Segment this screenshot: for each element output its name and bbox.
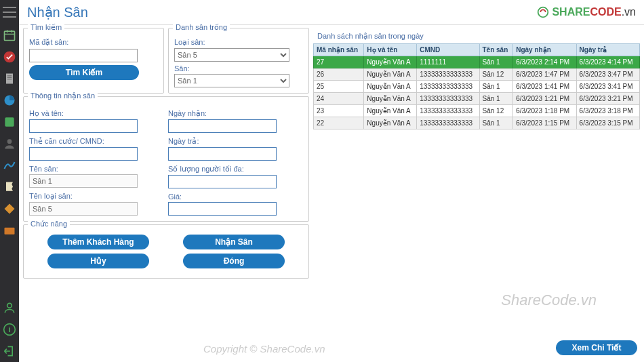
table-cell: 26	[314, 68, 364, 81]
table-cell: 13333333333333	[417, 105, 479, 117]
receipt-icon[interactable]	[2, 71, 17, 86]
id-label: Thẻ căn cước/ CMND:	[29, 137, 164, 146]
page-title: Nhận Sân	[27, 4, 88, 20]
max-label: Số lượng người tối đa:	[168, 165, 303, 174]
field-select[interactable]: Sân 1	[174, 74, 289, 87]
table-cell: 13333333333333	[417, 117, 479, 129]
field-label: Sân:	[174, 64, 303, 73]
table-row[interactable]: 24Nguyễn Văn A13333333333333Sân 16/3/202…	[314, 93, 640, 105]
add-customer-button[interactable]: Thêm Khách Hàng	[47, 235, 149, 249]
close-button[interactable]: Đóng	[183, 254, 285, 268]
price-input[interactable]	[168, 202, 277, 216]
info-icon[interactable]: i	[2, 322, 17, 337]
svg-rect-10	[5, 117, 14, 126]
table-cell: Sân 12	[479, 68, 513, 81]
header: Nhận Sân SHARECODE.vn	[19, 0, 644, 25]
sidebar: i	[0, 0, 19, 362]
booking-code-label: Mã đặt sân:	[29, 38, 158, 47]
table-cell: 13333333333333	[417, 68, 479, 81]
table-header[interactable]: Ngày nhận	[513, 44, 576, 56]
table-cell: Nguyễn Văn A	[364, 81, 417, 93]
table-cell: 6/3/2023 1:41 PM	[513, 81, 576, 93]
fieldtype-label: Tên loại sân:	[29, 192, 164, 201]
search-panel: Tìm kiếm Mã đặt sân: Tìm Kiếm	[23, 28, 164, 94]
booking-code-input[interactable]	[29, 49, 138, 62]
receive-button[interactable]: Nhận Sân	[183, 235, 285, 249]
checkout-input[interactable]	[168, 147, 277, 161]
table-cell: 23	[314, 105, 364, 117]
tag-icon[interactable]	[2, 201, 17, 216]
list-panel: Danh sách nhận sân trong ngày Mã nhận sâ…	[313, 28, 640, 359]
table-cell: Nguyễn Văn A	[364, 117, 417, 129]
svg-text:i: i	[8, 325, 10, 334]
user-icon[interactable]	[2, 300, 17, 315]
table-cell: 25	[314, 81, 364, 93]
svg-rect-0	[5, 31, 15, 40]
cancel-button[interactable]: Hủy	[47, 254, 149, 268]
table-header[interactable]: CMND	[417, 44, 479, 56]
person-icon[interactable]	[2, 136, 17, 151]
checkin-input[interactable]	[168, 119, 277, 133]
svg-rect-5	[6, 74, 13, 84]
calendar-icon[interactable]	[2, 28, 17, 43]
table-header[interactable]: Họ và tên	[364, 44, 417, 56]
table-row[interactable]: 27Nguyễn Văn A1111111Sân 16/3/2023 2:14 …	[314, 56, 640, 68]
table-cell: 6/3/2023 1:47 PM	[513, 68, 576, 81]
search-button[interactable]: Tìm Kiếm	[29, 65, 139, 80]
note-icon[interactable]	[2, 180, 17, 195]
table-cell: 13333333333333	[417, 81, 479, 93]
table-cell: Nguyễn Văn A	[364, 105, 417, 117]
detail-button[interactable]: Xem Chi Tiết	[556, 340, 637, 355]
table-cell: 6/3/2023 3:21 PM	[576, 93, 639, 105]
table-cell: Sân 12	[479, 105, 513, 117]
svg-rect-12	[5, 228, 15, 235]
table-cell: 27	[314, 56, 364, 68]
list-title: Danh sách nhận sân trong ngày	[317, 32, 640, 41]
table-header[interactable]: Tên sân	[479, 44, 513, 56]
fieldtype-input	[29, 202, 138, 216]
checkout-label: Ngày trả:	[168, 137, 303, 146]
table-row[interactable]: 25Nguyễn Văn A13333333333333Sân 16/3/202…	[314, 81, 640, 93]
grid-icon[interactable]	[2, 115, 17, 129]
max-input[interactable]	[168, 175, 277, 188]
table-row[interactable]: 22Nguyễn Văn A13333333333333Sân 16/3/202…	[314, 117, 640, 129]
wallet-icon[interactable]	[2, 223, 17, 238]
field-type-select[interactable]: Sân 5	[174, 48, 289, 62]
hamburger-icon[interactable]	[3, 7, 16, 18]
price-label: Giá:	[168, 193, 303, 201]
table-cell: Sân 1	[479, 117, 513, 129]
table-cell: 24	[314, 93, 364, 105]
table-header[interactable]: Ngày trả	[576, 44, 639, 56]
fieldname-label: Tên sân:	[29, 165, 164, 173]
table-cell: 6/3/2023 3:47 PM	[576, 68, 639, 81]
table-cell: 6/3/2023 2:14 PM	[513, 56, 576, 68]
table-row[interactable]: 23Nguyễn Văn A13333333333333Sân 126/3/20…	[314, 105, 640, 117]
table-cell: 6/3/2023 1:15 PM	[513, 117, 576, 129]
logout-icon[interactable]	[2, 344, 17, 359]
table-cell: 1111111	[417, 56, 479, 68]
svg-point-13	[7, 303, 12, 308]
check-circle-icon[interactable]	[2, 49, 17, 64]
info-panel: Thông tin nhận sân Họ và tên: Thẻ căn cư…	[23, 96, 309, 222]
table-row[interactable]: 26Nguyễn Văn A13333333333333Sân 126/3/20…	[314, 68, 640, 81]
name-input[interactable]	[29, 119, 138, 133]
table-cell: 6/3/2023 4:14 PM	[576, 56, 639, 68]
field-type-label: Loại sân:	[174, 38, 303, 47]
name-label: Họ và tên:	[29, 109, 164, 118]
svg-point-16	[538, 7, 548, 18]
table-cell: Nguyễn Văn A	[364, 68, 417, 81]
function-panel: Chức năng Thêm Khách Hàng Nhận Sân Hủy Đ…	[23, 224, 309, 279]
brand-logo: SHARECODE.vn	[536, 5, 636, 20]
fieldname-input	[29, 174, 138, 188]
table-cell: 6/3/2023 3:18 PM	[576, 105, 639, 117]
curve-icon[interactable]	[2, 158, 17, 173]
table-cell: Sân 1	[479, 56, 513, 68]
empty-fields-panel: Danh sân trống Loại sân: Sân 5 Sân: Sân …	[168, 28, 309, 94]
chart-pie-icon[interactable]	[2, 93, 17, 108]
table-header[interactable]: Mã nhận sân	[314, 44, 364, 56]
reception-table: Mã nhận sânHọ và tênCMNDTên sânNgày nhận…	[313, 43, 640, 129]
empty-panel-title: Danh sân trống	[173, 23, 230, 32]
checkin-label: Ngày nhận:	[168, 109, 303, 118]
table-cell: 6/3/2023 1:18 PM	[513, 105, 576, 117]
id-input[interactable]	[29, 147, 138, 161]
